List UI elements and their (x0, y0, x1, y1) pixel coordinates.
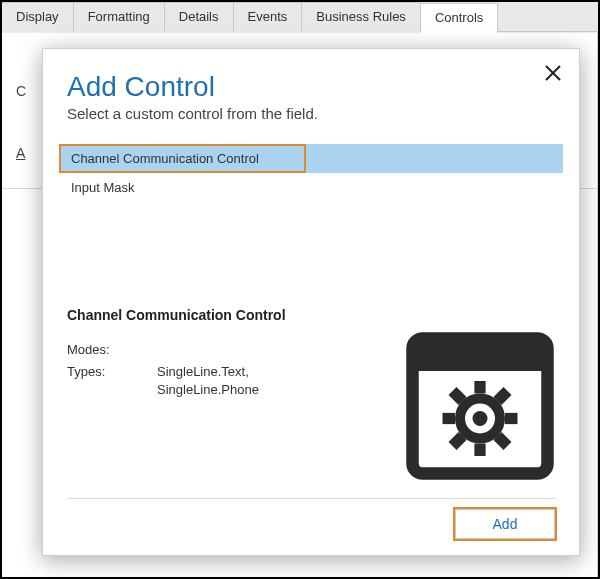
dialog-title: Add Control (67, 71, 555, 103)
svg-line-14 (498, 436, 508, 446)
add-button[interactable]: Add (455, 509, 555, 539)
close-button[interactable] (543, 63, 563, 83)
close-icon (543, 63, 563, 83)
control-preview-icon (405, 331, 555, 481)
bg-mark-1: C (16, 83, 26, 99)
background-truncated-text: C A (16, 83, 26, 207)
list-item-input-mask[interactable]: Input Mask (59, 173, 563, 202)
tab-display[interactable]: Display (2, 2, 74, 32)
add-control-dialog: Add Control Select a custom control from… (42, 48, 580, 556)
list-row-selected-strip[interactable]: Channel Communication Control (59, 144, 563, 173)
tab-controls[interactable]: Controls (421, 3, 498, 33)
svg-line-12 (453, 436, 463, 446)
types-row: Types: SingleLine.Text, SingleLine.Phone (67, 363, 395, 399)
bg-mark-2: A (16, 145, 26, 161)
dialog-subtitle: Select a custom control from the field. (67, 105, 555, 122)
control-details: Channel Communication Control Modes: Typ… (67, 307, 555, 457)
svg-line-13 (453, 391, 463, 401)
modes-label: Modes: (67, 341, 157, 359)
types-label: Types: (67, 363, 157, 399)
control-preview (405, 331, 555, 481)
modes-row: Modes: (67, 341, 395, 359)
list-item-channel-communication[interactable]: Channel Communication Control (59, 144, 306, 173)
viewport: Display Formatting Details Events Busine… (0, 0, 600, 579)
tab-business-rules[interactable]: Business Rules (302, 2, 421, 32)
tab-details[interactable]: Details (165, 2, 234, 32)
details-left: Channel Communication Control Modes: Typ… (67, 307, 395, 457)
control-list: Channel Communication Control Input Mask (59, 144, 563, 202)
svg-point-5 (473, 411, 488, 426)
tab-formatting[interactable]: Formatting (74, 2, 165, 32)
svg-line-11 (498, 391, 508, 401)
tab-events[interactable]: Events (234, 2, 303, 32)
dialog-footer: Add (67, 498, 555, 539)
details-title: Channel Communication Control (67, 307, 395, 323)
svg-rect-4 (413, 361, 548, 371)
types-value: SingleLine.Text, SingleLine.Phone (157, 363, 259, 399)
tabstrip: Display Formatting Details Events Busine… (2, 2, 598, 32)
